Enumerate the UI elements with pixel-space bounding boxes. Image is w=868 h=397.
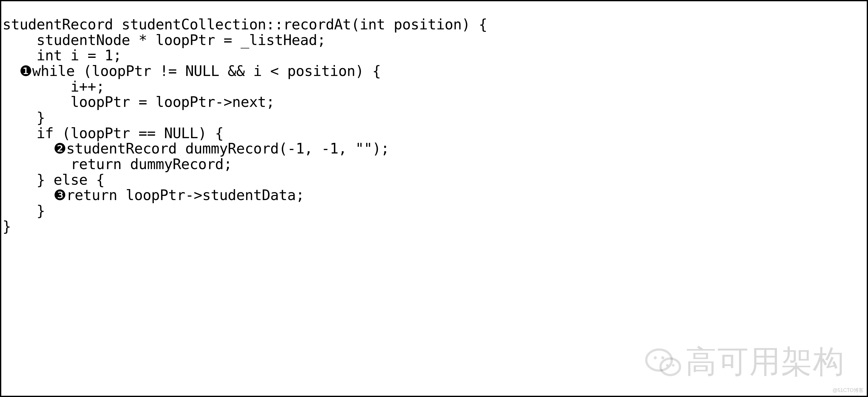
svg-point-3 [661, 356, 664, 359]
code-block: studentRecord studentCollection::recordA… [2, 17, 866, 234]
code-figure-frame: studentRecord studentCollection::recordA… [0, 0, 868, 397]
watermark-main-text: 高可用架构 [685, 341, 845, 383]
svg-point-2 [654, 356, 657, 359]
svg-point-4 [666, 364, 669, 366]
svg-point-5 [672, 364, 675, 366]
watermark-corner: @51CTO博客 [832, 387, 864, 394]
svg-point-0 [646, 350, 672, 370]
watermark-main: 高可用架构 [645, 341, 845, 383]
wechat-icon [645, 343, 682, 381]
